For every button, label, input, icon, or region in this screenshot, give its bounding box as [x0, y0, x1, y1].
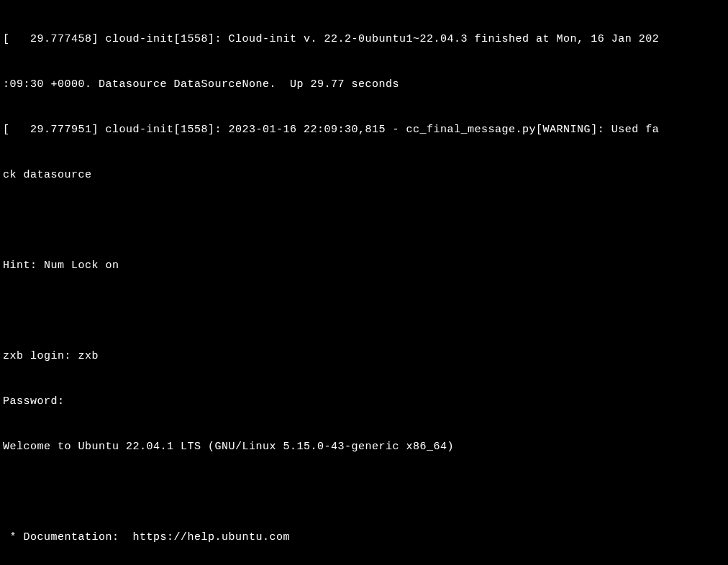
login-prompt: zxb login:: [3, 350, 78, 362]
blank-line: [3, 213, 725, 228]
hint-line: Hint: Num Lock on: [3, 258, 725, 273]
login-line: zxb login: zxb: [3, 349, 725, 364]
boot-log-line: :09:30 +0000. Datasource DataSourceNone.…: [3, 77, 725, 92]
terminal-screen[interactable]: [ 29.777458] cloud-init[1558]: Cloud-ini…: [3, 1, 725, 565]
welcome-line: Welcome to Ubuntu 22.04.1 LTS (GNU/Linux…: [3, 439, 725, 454]
login-username: zxb: [78, 350, 99, 362]
doc-link-line: * Documentation: https://help.ubuntu.com: [3, 530, 725, 545]
boot-log-line: [ 29.777458] cloud-init[1558]: Cloud-ini…: [3, 32, 725, 47]
boot-log-line: [ 29.777951] cloud-init[1558]: 2023-01-1…: [3, 122, 725, 137]
blank-line: [3, 303, 725, 318]
password-line: Password:: [3, 394, 725, 409]
blank-line: [3, 484, 725, 500]
boot-log-line: ck datasource: [3, 167, 725, 183]
